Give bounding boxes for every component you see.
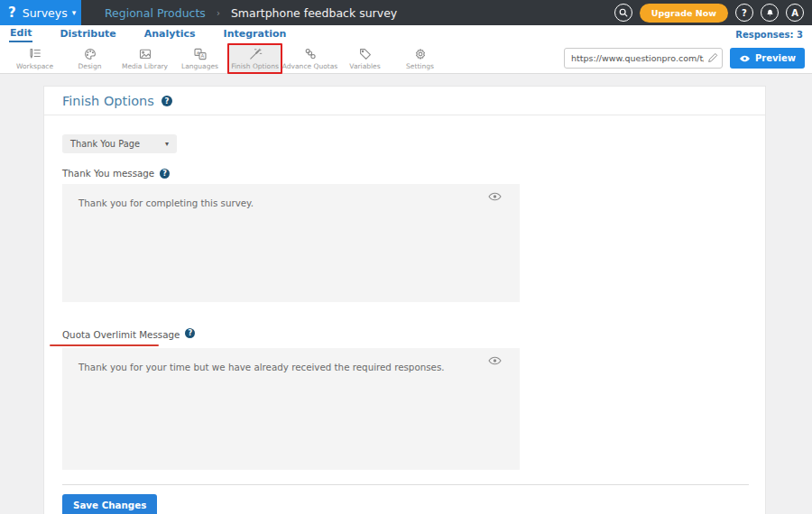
toolbar-item-advance-quotas[interactable]: Advance Quotas (282, 43, 337, 74)
breadcrumb-parent[interactable]: Regional Products (105, 6, 206, 20)
quota-overlimit-text: Thank you for your time but we have alre… (62, 348, 520, 372)
thank-you-message-editor[interactable]: Thank you for completing this survey. (62, 184, 520, 302)
thank-you-message-label: Thank You message (62, 168, 154, 179)
tab-edit[interactable]: Edit (9, 26, 32, 42)
page-help-icon[interactable]: ? (161, 96, 172, 106)
tag-icon (358, 47, 373, 61)
quota-help-icon[interactable]: ? (185, 328, 195, 338)
page-title: Finish Options (62, 94, 154, 108)
app-menu[interactable]: ? Surveys ▾ (0, 0, 81, 25)
bell-icon (765, 8, 775, 18)
quota-overlimit-label: Quota Overlimit Message (62, 329, 180, 340)
finish-type-dropdown[interactable]: Thank You Page ▾ (62, 134, 177, 153)
finish-type-selected-value: Thank You Page (70, 139, 140, 149)
notifications-button[interactable] (761, 4, 779, 22)
workspace-icon (28, 47, 42, 61)
main-content: Finish Options ? Thank You Page ▾ Thank … (0, 74, 812, 514)
thank-you-help-icon[interactable]: ? (160, 169, 170, 179)
edit-toolbar: Workspace Design Media Library a A Langu… (0, 43, 812, 74)
question-mark-icon: ? (742, 8, 747, 18)
help-button[interactable]: ? (735, 4, 753, 22)
svg-text:A: A (200, 53, 204, 59)
tab-distribute[interactable]: Distribute (59, 27, 116, 41)
preview-eye-icon[interactable] (488, 191, 502, 202)
toolbar-item-variables[interactable]: Variables (337, 43, 392, 74)
search-button[interactable] (614, 4, 632, 22)
chain-link-icon (303, 47, 318, 61)
toolbar-item-settings[interactable]: Settings (392, 43, 448, 74)
image-icon (138, 47, 152, 61)
thank-you-label-row: Thank You message ? (62, 168, 747, 179)
eye-icon (739, 54, 751, 63)
translate-icon: a A (193, 47, 208, 61)
finish-options-panel: Finish Options ? Thank You Page ▾ Thank … (43, 86, 766, 514)
top-navbar: ? Surveys ▾ Regional Products › Smartpho… (0, 0, 812, 25)
magic-wand-icon (248, 47, 263, 61)
palette-icon (83, 47, 97, 61)
toolbar-item-languages[interactable]: a A Languages (172, 43, 227, 74)
avatar: A (791, 8, 798, 18)
panel-header: Finish Options ? (44, 87, 765, 115)
upgrade-now-button[interactable]: Upgrade Now (640, 4, 728, 23)
survey-url-input[interactable] (564, 48, 723, 69)
chevron-down-icon: ▾ (165, 140, 169, 148)
tab-integration[interactable]: Integration (223, 27, 288, 41)
thank-you-message-text: Thank you for completing this survey. (62, 184, 520, 208)
edit-url-pencil-icon[interactable] (706, 51, 719, 64)
section-tabs: Edit Distribute Analytics Integration Re… (0, 25, 812, 43)
quota-label-row: Quota Overlimit Message ? (62, 325, 747, 342)
toolbar-item-media-library[interactable]: Media Library (117, 43, 172, 74)
questionpro-logo-icon: ? (8, 5, 16, 22)
preview-button[interactable]: Preview (730, 48, 805, 69)
chevron-down-icon: ▾ (72, 8, 77, 17)
footer-divider (62, 484, 749, 485)
survey-url-field (564, 48, 723, 69)
gear-icon (413, 47, 428, 61)
toolbar-item-workspace[interactable]: Workspace (7, 43, 62, 74)
save-changes-button[interactable]: Save Changes (62, 494, 157, 514)
breadcrumb: Regional Products › Smartphone feedback … (105, 0, 397, 25)
quota-overlimit-editor[interactable]: Thank you for your time but we have alre… (62, 348, 520, 470)
tab-analytics[interactable]: Analytics (143, 27, 197, 41)
svg-text:a: a (197, 49, 199, 54)
account-button[interactable]: A (786, 4, 804, 22)
responses-count[interactable]: Responses: 3 (735, 30, 803, 40)
search-icon (618, 7, 629, 18)
toolbar-item-finish-options[interactable]: Finish Options (227, 43, 282, 74)
toolbar-item-design[interactable]: Design (62, 43, 117, 74)
app-menu-label: Surveys (23, 6, 68, 20)
breadcrumb-current: Smartphone feedback survey (231, 6, 397, 20)
breadcrumb-separator-icon: › (217, 8, 220, 18)
preview-eye-icon[interactable] (488, 355, 502, 366)
red-annotation-underline (50, 344, 159, 347)
